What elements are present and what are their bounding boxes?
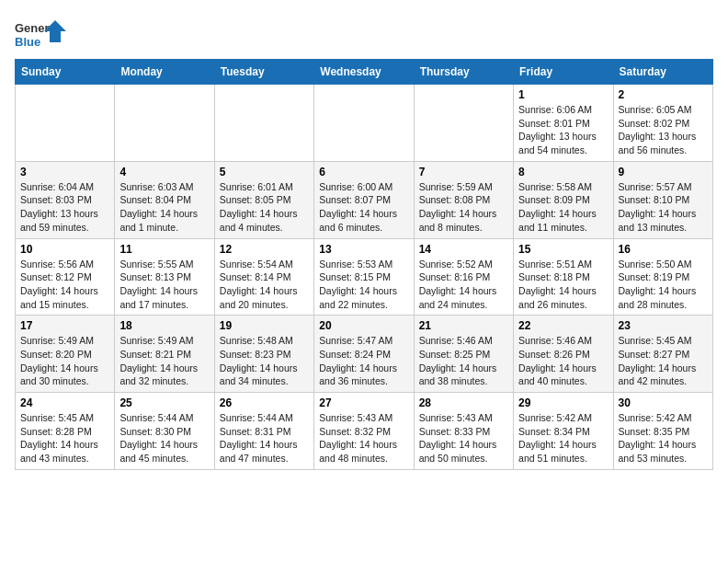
day-info: Sunrise: 5:57 AM Sunset: 8:10 PM Dayligh… [619, 180, 708, 235]
day-info: Sunrise: 5:44 AM Sunset: 8:31 PM Dayligh… [220, 411, 309, 465]
day-number: 15 [518, 243, 608, 256]
day-number: 21 [419, 319, 508, 332]
day-info: Sunrise: 5:49 AM Sunset: 8:21 PM Dayligh… [119, 334, 209, 388]
day-number: 18 [119, 319, 209, 332]
day-info: Sunrise: 5:43 AM Sunset: 8:33 PM Dayligh… [419, 411, 508, 465]
day-info: Sunrise: 5:45 AM Sunset: 8:27 PM Dayligh… [619, 334, 708, 388]
calendar-cell: 14Sunrise: 5:52 AM Sunset: 8:16 PM Dayli… [414, 238, 513, 316]
calendar-cell: 2Sunrise: 6:05 AM Sunset: 8:02 PM Daylig… [613, 85, 712, 162]
day-number: 20 [319, 319, 408, 332]
day-number: 10 [20, 243, 109, 256]
calendar-cell [214, 85, 313, 162]
day-info: Sunrise: 5:46 AM Sunset: 8:26 PM Dayligh… [518, 334, 608, 388]
week-row-1: 3Sunrise: 6:04 AM Sunset: 8:03 PM Daylig… [16, 161, 713, 238]
day-info: Sunrise: 5:48 AM Sunset: 8:23 PM Dayligh… [220, 334, 309, 388]
day-number: 25 [119, 396, 209, 409]
day-number: 23 [619, 319, 708, 332]
weekday-header-friday: Friday [514, 60, 613, 85]
weekday-header-thursday: Thursday [414, 60, 513, 85]
calendar-cell [16, 85, 115, 162]
calendar-cell: 18Sunrise: 5:49 AM Sunset: 8:21 PM Dayli… [115, 316, 214, 393]
day-info: Sunrise: 5:59 AM Sunset: 8:08 PM Dayligh… [419, 180, 508, 235]
calendar-cell [115, 85, 214, 162]
day-number: 12 [220, 243, 309, 256]
calendar-cell: 27Sunrise: 5:43 AM Sunset: 8:32 PM Dayli… [314, 393, 414, 470]
day-info: Sunrise: 6:01 AM Sunset: 8:05 PM Dayligh… [220, 180, 309, 235]
calendar-cell: 5Sunrise: 6:01 AM Sunset: 8:05 PM Daylig… [214, 161, 313, 238]
day-number: 3 [20, 166, 109, 178]
day-number: 19 [220, 319, 309, 332]
calendar-cell [414, 85, 513, 162]
day-info: Sunrise: 5:49 AM Sunset: 8:20 PM Dayligh… [20, 334, 109, 388]
day-info: Sunrise: 5:50 AM Sunset: 8:19 PM Dayligh… [619, 258, 708, 312]
calendar-cell: 13Sunrise: 5:53 AM Sunset: 8:15 PM Dayli… [314, 238, 414, 316]
day-number: 16 [619, 243, 708, 256]
day-info: Sunrise: 5:58 AM Sunset: 8:09 PM Dayligh… [518, 180, 608, 235]
day-number: 29 [518, 396, 608, 409]
calendar-cell: 28Sunrise: 5:43 AM Sunset: 8:33 PM Dayli… [414, 393, 513, 470]
calendar-cell: 17Sunrise: 5:49 AM Sunset: 8:20 PM Dayli… [16, 316, 115, 393]
calendar-cell: 22Sunrise: 5:46 AM Sunset: 8:26 PM Dayli… [514, 316, 613, 393]
day-info: Sunrise: 6:00 AM Sunset: 8:07 PM Dayligh… [319, 180, 408, 235]
day-info: Sunrise: 6:03 AM Sunset: 8:04 PM Dayligh… [119, 180, 209, 235]
day-number: 22 [518, 319, 608, 332]
week-row-4: 24Sunrise: 5:45 AM Sunset: 8:28 PM Dayli… [16, 393, 713, 470]
day-info: Sunrise: 5:54 AM Sunset: 8:14 PM Dayligh… [220, 258, 309, 312]
day-info: Sunrise: 5:52 AM Sunset: 8:16 PM Dayligh… [419, 258, 508, 312]
weekday-header-monday: Monday [115, 60, 214, 85]
day-info: Sunrise: 5:45 AM Sunset: 8:28 PM Dayligh… [20, 411, 109, 465]
calendar: SundayMondayTuesdayWednesdayThursdayFrid… [15, 59, 713, 470]
calendar-cell: 9Sunrise: 5:57 AM Sunset: 8:10 PM Daylig… [613, 161, 712, 238]
day-number: 5 [220, 166, 309, 178]
day-number: 30 [619, 396, 708, 409]
day-info: Sunrise: 6:06 AM Sunset: 8:01 PM Dayligh… [518, 103, 608, 157]
calendar-cell: 11Sunrise: 5:55 AM Sunset: 8:13 PM Dayli… [115, 238, 214, 316]
day-number: 17 [20, 319, 109, 332]
day-info: Sunrise: 5:43 AM Sunset: 8:32 PM Dayligh… [319, 411, 408, 465]
week-row-3: 17Sunrise: 5:49 AM Sunset: 8:20 PM Dayli… [16, 316, 713, 393]
day-info: Sunrise: 5:56 AM Sunset: 8:12 PM Dayligh… [20, 258, 109, 312]
calendar-cell: 30Sunrise: 5:42 AM Sunset: 8:35 PM Dayli… [613, 393, 712, 470]
day-info: Sunrise: 5:55 AM Sunset: 8:13 PM Dayligh… [119, 258, 209, 312]
calendar-cell: 26Sunrise: 5:44 AM Sunset: 8:31 PM Dayli… [214, 393, 313, 470]
day-info: Sunrise: 5:42 AM Sunset: 8:34 PM Dayligh… [518, 411, 608, 465]
day-number: 11 [119, 243, 209, 256]
day-info: Sunrise: 5:51 AM Sunset: 8:18 PM Dayligh… [518, 258, 608, 312]
calendar-cell: 7Sunrise: 5:59 AM Sunset: 8:08 PM Daylig… [414, 161, 513, 238]
day-number: 9 [619, 166, 708, 178]
day-number: 4 [119, 166, 209, 178]
calendar-cell: 29Sunrise: 5:42 AM Sunset: 8:34 PM Dayli… [514, 393, 613, 470]
day-number: 6 [319, 166, 408, 178]
weekday-header-row: SundayMondayTuesdayWednesdayThursdayFrid… [16, 60, 713, 85]
calendar-cell: 16Sunrise: 5:50 AM Sunset: 8:19 PM Dayli… [613, 238, 712, 316]
calendar-cell: 10Sunrise: 5:56 AM Sunset: 8:12 PM Dayli… [16, 238, 115, 316]
day-number: 27 [319, 396, 408, 409]
calendar-cell: 21Sunrise: 5:46 AM Sunset: 8:25 PM Dayli… [414, 316, 513, 393]
day-number: 7 [419, 166, 508, 178]
day-number: 1 [518, 88, 608, 101]
header: GeneralBlue [15, 15, 713, 52]
calendar-cell: 25Sunrise: 5:44 AM Sunset: 8:30 PM Dayli… [115, 393, 214, 470]
calendar-cell: 8Sunrise: 5:58 AM Sunset: 8:09 PM Daylig… [514, 161, 613, 238]
day-number: 2 [619, 88, 708, 101]
logo-svg: GeneralBlue [15, 18, 70, 52]
calendar-cell: 1Sunrise: 6:06 AM Sunset: 8:01 PM Daylig… [514, 85, 613, 162]
calendar-cell: 6Sunrise: 6:00 AM Sunset: 8:07 PM Daylig… [314, 161, 414, 238]
svg-text:Blue: Blue [15, 35, 40, 49]
calendar-cell [314, 85, 414, 162]
day-number: 28 [419, 396, 508, 409]
weekday-header-sunday: Sunday [16, 60, 115, 85]
day-number: 26 [220, 396, 309, 409]
day-info: Sunrise: 6:04 AM Sunset: 8:03 PM Dayligh… [20, 180, 109, 235]
calendar-cell: 15Sunrise: 5:51 AM Sunset: 8:18 PM Dayli… [514, 238, 613, 316]
logo: GeneralBlue [15, 18, 70, 52]
day-info: Sunrise: 5:42 AM Sunset: 8:35 PM Dayligh… [619, 411, 708, 465]
day-number: 13 [319, 243, 408, 256]
weekday-header-saturday: Saturday [613, 60, 712, 85]
calendar-cell: 20Sunrise: 5:47 AM Sunset: 8:24 PM Dayli… [314, 316, 414, 393]
day-number: 8 [518, 166, 608, 178]
day-info: Sunrise: 5:44 AM Sunset: 8:30 PM Dayligh… [119, 411, 209, 465]
weekday-header-wednesday: Wednesday [314, 60, 414, 85]
calendar-cell: 24Sunrise: 5:45 AM Sunset: 8:28 PM Dayli… [16, 393, 115, 470]
day-info: Sunrise: 5:47 AM Sunset: 8:24 PM Dayligh… [319, 334, 408, 388]
